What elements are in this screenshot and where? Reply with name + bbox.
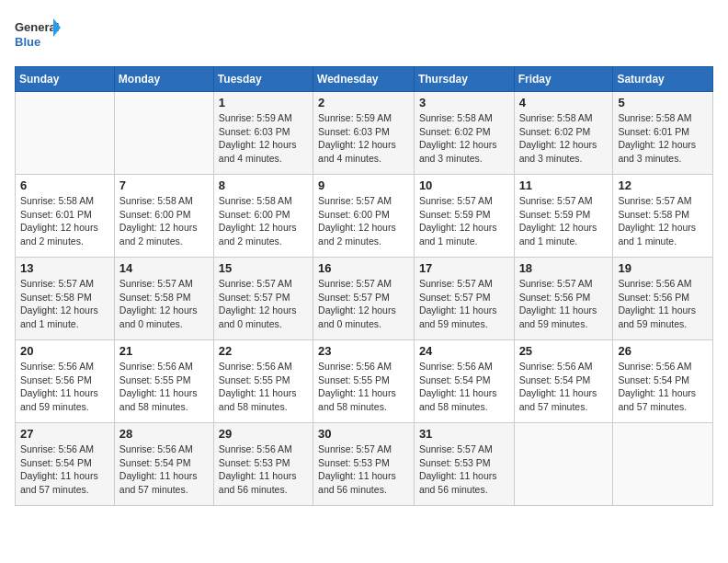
logo: General Blue: [15, 15, 61, 55]
svg-text:General: General: [15, 20, 59, 34]
day-number: 30: [318, 427, 409, 441]
calendar-body: 1Sunrise: 5:59 AM Sunset: 6:03 PM Daylig…: [16, 92, 713, 506]
day-info: Sunrise: 5:57 AM Sunset: 5:57 PM Dayligh…: [419, 277, 509, 331]
day-info: Sunrise: 5:56 AM Sunset: 5:54 PM Dayligh…: [419, 360, 509, 414]
day-number: 6: [20, 178, 109, 192]
day-number: 23: [318, 344, 409, 358]
calendar-week-row: 6Sunrise: 5:58 AM Sunset: 6:01 PM Daylig…: [16, 175, 713, 258]
calendar-cell: 19Sunrise: 5:56 AM Sunset: 5:56 PM Dayli…: [613, 258, 713, 340]
weekday-header: Thursday: [414, 67, 514, 92]
day-info: Sunrise: 5:56 AM Sunset: 5:54 PM Dayligh…: [20, 442, 109, 497]
calendar-cell: 3Sunrise: 5:58 AM Sunset: 6:02 PM Daylig…: [414, 92, 514, 175]
day-info: Sunrise: 5:57 AM Sunset: 5:57 PM Dayligh…: [318, 277, 409, 331]
day-info: Sunrise: 5:56 AM Sunset: 5:54 PM Dayligh…: [618, 360, 708, 414]
day-number: 22: [219, 344, 308, 358]
day-number: 9: [318, 178, 409, 192]
weekday-header: Saturday: [613, 67, 713, 92]
calendar-cell: 30Sunrise: 5:57 AM Sunset: 5:53 PM Dayli…: [313, 423, 415, 506]
calendar-cell: 13Sunrise: 5:57 AM Sunset: 5:58 PM Dayli…: [16, 258, 115, 340]
day-info: Sunrise: 5:58 AM Sunset: 6:01 PM Dayligh…: [20, 194, 109, 248]
day-number: 26: [618, 344, 708, 358]
day-info: Sunrise: 5:58 AM Sunset: 6:02 PM Dayligh…: [419, 111, 509, 166]
calendar-cell: 26Sunrise: 5:56 AM Sunset: 5:54 PM Dayli…: [613, 340, 713, 423]
day-info: Sunrise: 5:59 AM Sunset: 6:03 PM Dayligh…: [219, 111, 308, 166]
calendar-cell: 11Sunrise: 5:57 AM Sunset: 5:59 PM Dayli…: [514, 175, 613, 258]
day-number: 21: [119, 344, 209, 358]
day-info: Sunrise: 5:57 AM Sunset: 5:58 PM Dayligh…: [618, 194, 708, 248]
calendar-cell: 25Sunrise: 5:56 AM Sunset: 5:54 PM Dayli…: [514, 340, 613, 423]
calendar-cell: 14Sunrise: 5:57 AM Sunset: 5:58 PM Dayli…: [114, 258, 213, 340]
calendar-cell: 9Sunrise: 5:57 AM Sunset: 6:00 PM Daylig…: [313, 175, 415, 258]
day-info: Sunrise: 5:56 AM Sunset: 5:56 PM Dayligh…: [20, 360, 109, 414]
day-number: 2: [318, 96, 409, 109]
calendar-cell: [16, 92, 115, 175]
day-number: 17: [419, 261, 509, 275]
day-info: Sunrise: 5:57 AM Sunset: 6:00 PM Dayligh…: [318, 194, 409, 248]
day-number: 31: [419, 427, 509, 441]
day-info: Sunrise: 5:58 AM Sunset: 6:00 PM Dayligh…: [119, 194, 209, 248]
calendar-cell: 4Sunrise: 5:58 AM Sunset: 6:02 PM Daylig…: [514, 92, 613, 175]
calendar-cell: 10Sunrise: 5:57 AM Sunset: 5:59 PM Dayli…: [414, 175, 514, 258]
calendar-cell: 7Sunrise: 5:58 AM Sunset: 6:00 PM Daylig…: [114, 175, 213, 258]
calendar-cell: [114, 92, 213, 175]
day-info: Sunrise: 5:56 AM Sunset: 5:55 PM Dayligh…: [219, 360, 308, 414]
day-info: Sunrise: 5:57 AM Sunset: 5:58 PM Dayligh…: [119, 277, 209, 331]
calendar-cell: 1Sunrise: 5:59 AM Sunset: 6:03 PM Daylig…: [213, 92, 313, 175]
day-info: Sunrise: 5:57 AM Sunset: 5:53 PM Dayligh…: [419, 442, 509, 497]
calendar-cell: 23Sunrise: 5:56 AM Sunset: 5:55 PM Dayli…: [313, 340, 415, 423]
calendar-cell: 5Sunrise: 5:58 AM Sunset: 6:01 PM Daylig…: [613, 92, 713, 175]
day-info: Sunrise: 5:58 AM Sunset: 6:01 PM Dayligh…: [618, 111, 708, 166]
weekday-header: Tuesday: [213, 67, 313, 92]
calendar-cell: [613, 423, 713, 506]
day-info: Sunrise: 5:56 AM Sunset: 5:55 PM Dayligh…: [318, 360, 409, 414]
calendar-cell: [514, 423, 613, 506]
calendar-cell: 31Sunrise: 5:57 AM Sunset: 5:53 PM Dayli…: [414, 423, 514, 506]
day-info: Sunrise: 5:57 AM Sunset: 5:56 PM Dayligh…: [519, 277, 609, 331]
calendar-cell: 8Sunrise: 5:58 AM Sunset: 6:00 PM Daylig…: [213, 175, 313, 258]
day-number: 11: [519, 178, 609, 192]
day-number: 8: [219, 178, 308, 192]
calendar-cell: 22Sunrise: 5:56 AM Sunset: 5:55 PM Dayli…: [213, 340, 313, 423]
day-info: Sunrise: 5:58 AM Sunset: 6:00 PM Dayligh…: [219, 194, 308, 248]
calendar-cell: 29Sunrise: 5:56 AM Sunset: 5:53 PM Dayli…: [213, 423, 313, 506]
weekday-header: Wednesday: [313, 67, 415, 92]
logo-container: General Blue: [15, 15, 61, 55]
day-number: 27: [20, 427, 109, 441]
calendar-cell: 17Sunrise: 5:57 AM Sunset: 5:57 PM Dayli…: [414, 258, 514, 340]
day-number: 3: [419, 96, 509, 109]
day-number: 15: [219, 261, 308, 275]
day-number: 25: [519, 344, 609, 358]
calendar-cell: 2Sunrise: 5:59 AM Sunset: 6:03 PM Daylig…: [313, 92, 415, 175]
calendar-header-row: SundayMondayTuesdayWednesdayThursdayFrid…: [16, 67, 713, 92]
svg-text:Blue: Blue: [15, 35, 40, 49]
calendar-cell: 24Sunrise: 5:56 AM Sunset: 5:54 PM Dayli…: [414, 340, 514, 423]
day-number: 13: [20, 261, 109, 275]
day-number: 16: [318, 261, 409, 275]
weekday-header: Sunday: [16, 67, 115, 92]
day-number: 18: [519, 261, 609, 275]
calendar-cell: 12Sunrise: 5:57 AM Sunset: 5:58 PM Dayli…: [613, 175, 713, 258]
calendar-week-row: 13Sunrise: 5:57 AM Sunset: 5:58 PM Dayli…: [16, 258, 713, 340]
day-info: Sunrise: 5:56 AM Sunset: 5:55 PM Dayligh…: [119, 360, 209, 414]
day-info: Sunrise: 5:58 AM Sunset: 6:02 PM Dayligh…: [519, 111, 609, 166]
day-number: 10: [419, 178, 509, 192]
calendar-week-row: 27Sunrise: 5:56 AM Sunset: 5:54 PM Dayli…: [16, 423, 713, 506]
day-number: 1: [219, 96, 308, 109]
day-info: Sunrise: 5:59 AM Sunset: 6:03 PM Dayligh…: [318, 111, 409, 166]
day-number: 28: [119, 427, 209, 441]
calendar-week-row: 1Sunrise: 5:59 AM Sunset: 6:03 PM Daylig…: [16, 92, 713, 175]
day-number: 4: [519, 96, 609, 109]
day-info: Sunrise: 5:57 AM Sunset: 5:57 PM Dayligh…: [219, 277, 308, 331]
weekday-header: Friday: [514, 67, 613, 92]
calendar-cell: 18Sunrise: 5:57 AM Sunset: 5:56 PM Dayli…: [514, 258, 613, 340]
calendar-table: SundayMondayTuesdayWednesdayThursdayFrid…: [15, 66, 713, 506]
day-info: Sunrise: 5:56 AM Sunset: 5:54 PM Dayligh…: [519, 360, 609, 414]
day-info: Sunrise: 5:57 AM Sunset: 5:59 PM Dayligh…: [419, 194, 509, 248]
day-number: 12: [618, 178, 708, 192]
day-number: 19: [618, 261, 708, 275]
day-info: Sunrise: 5:56 AM Sunset: 5:56 PM Dayligh…: [618, 277, 708, 331]
day-number: 5: [618, 96, 708, 109]
day-info: Sunrise: 5:57 AM Sunset: 5:53 PM Dayligh…: [318, 442, 409, 497]
day-info: Sunrise: 5:56 AM Sunset: 5:54 PM Dayligh…: [119, 442, 209, 497]
calendar-week-row: 20Sunrise: 5:56 AM Sunset: 5:56 PM Dayli…: [16, 340, 713, 423]
